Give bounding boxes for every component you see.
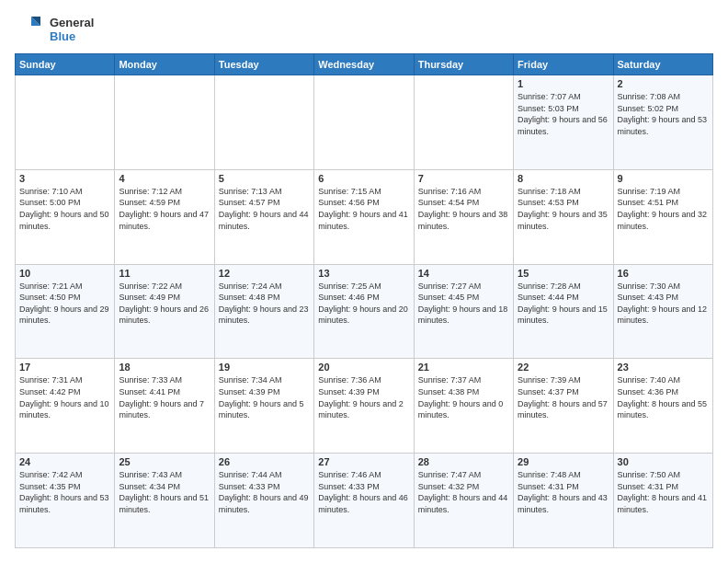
cell-4-5: 21Sunrise: 7:37 AM Sunset: 4:38 PM Dayli… xyxy=(414,359,513,454)
day-number: 20 xyxy=(318,362,409,373)
day-info: Sunrise: 7:18 AM Sunset: 4:53 PM Dayligh… xyxy=(518,186,609,232)
day-number: 22 xyxy=(518,362,609,373)
cell-5-3: 26Sunrise: 7:44 AM Sunset: 4:33 PM Dayli… xyxy=(214,454,313,548)
cell-5-7: 30Sunrise: 7:50 AM Sunset: 4:31 PM Dayli… xyxy=(613,454,712,548)
day-number: 18 xyxy=(119,362,210,373)
day-info: Sunrise: 7:50 AM Sunset: 4:31 PM Dayligh… xyxy=(618,469,709,515)
day-info: Sunrise: 7:28 AM Sunset: 4:44 PM Dayligh… xyxy=(518,281,609,327)
day-info: Sunrise: 7:13 AM Sunset: 4:57 PM Dayligh… xyxy=(219,186,310,232)
cell-5-1: 24Sunrise: 7:42 AM Sunset: 4:35 PM Dayli… xyxy=(16,454,115,548)
cell-4-6: 22Sunrise: 7:39 AM Sunset: 4:37 PM Dayli… xyxy=(514,359,613,454)
day-info: Sunrise: 7:25 AM Sunset: 4:46 PM Dayligh… xyxy=(318,281,409,327)
week-row-4: 17Sunrise: 7:31 AM Sunset: 4:42 PM Dayli… xyxy=(16,359,713,454)
cell-3-2: 11Sunrise: 7:22 AM Sunset: 4:49 PM Dayli… xyxy=(115,264,214,359)
day-info: Sunrise: 7:30 AM Sunset: 4:43 PM Dayligh… xyxy=(618,281,709,327)
col-header-wednesday: Wednesday xyxy=(314,54,414,75)
col-header-monday: Monday xyxy=(115,54,214,75)
day-number: 17 xyxy=(19,362,110,373)
cell-4-2: 18Sunrise: 7:33 AM Sunset: 4:41 PM Dayli… xyxy=(115,359,214,454)
day-number: 1 xyxy=(518,78,609,89)
day-info: Sunrise: 7:24 AM Sunset: 4:48 PM Dayligh… xyxy=(219,281,310,327)
cell-1-6: 1Sunrise: 7:07 AM Sunset: 5:03 PM Daylig… xyxy=(514,75,613,170)
cell-2-6: 8Sunrise: 7:18 AM Sunset: 4:53 PM Daylig… xyxy=(514,169,613,264)
col-header-sunday: Sunday xyxy=(16,54,115,75)
cell-5-2: 25Sunrise: 7:43 AM Sunset: 4:34 PM Dayli… xyxy=(115,454,214,548)
day-number: 6 xyxy=(318,173,409,184)
col-header-tuesday: Tuesday xyxy=(214,54,313,75)
day-info: Sunrise: 7:31 AM Sunset: 4:42 PM Dayligh… xyxy=(19,374,110,420)
cell-3-6: 15Sunrise: 7:28 AM Sunset: 4:44 PM Dayli… xyxy=(514,264,613,359)
cell-4-3: 19Sunrise: 7:34 AM Sunset: 4:39 PM Dayli… xyxy=(214,359,313,454)
page: GeneralBlue SundayMondayTuesdayWednesday… xyxy=(0,0,728,563)
cell-2-3: 5Sunrise: 7:13 AM Sunset: 4:57 PM Daylig… xyxy=(214,169,313,264)
day-number: 27 xyxy=(318,456,409,467)
day-number: 2 xyxy=(618,78,709,89)
cell-2-7: 9Sunrise: 7:19 AM Sunset: 4:51 PM Daylig… xyxy=(613,169,712,264)
day-number: 30 xyxy=(618,456,709,467)
day-number: 12 xyxy=(219,268,310,279)
cell-3-7: 16Sunrise: 7:30 AM Sunset: 4:43 PM Dayli… xyxy=(613,264,712,359)
week-row-2: 3Sunrise: 7:10 AM Sunset: 5:00 PM Daylig… xyxy=(16,169,713,264)
cell-1-1 xyxy=(16,75,115,170)
cell-1-2 xyxy=(115,75,214,170)
day-info: Sunrise: 7:40 AM Sunset: 4:36 PM Dayligh… xyxy=(618,374,709,420)
day-number: 4 xyxy=(119,173,210,184)
day-info: Sunrise: 7:33 AM Sunset: 4:41 PM Dayligh… xyxy=(119,374,210,420)
day-number: 15 xyxy=(518,268,609,279)
logo: GeneralBlue xyxy=(15,15,94,44)
day-number: 8 xyxy=(518,173,609,184)
day-info: Sunrise: 7:34 AM Sunset: 4:39 PM Dayligh… xyxy=(219,374,310,420)
cell-1-3 xyxy=(214,75,313,170)
day-info: Sunrise: 7:27 AM Sunset: 4:45 PM Dayligh… xyxy=(418,281,509,327)
logo-blue-text: Blue xyxy=(50,29,94,43)
header: GeneralBlue xyxy=(15,15,713,44)
day-number: 25 xyxy=(119,456,210,467)
day-number: 7 xyxy=(418,173,509,184)
cell-1-7: 2Sunrise: 7:08 AM Sunset: 5:02 PM Daylig… xyxy=(613,75,712,170)
day-info: Sunrise: 7:22 AM Sunset: 4:49 PM Dayligh… xyxy=(119,281,210,327)
week-row-1: 1Sunrise: 7:07 AM Sunset: 5:03 PM Daylig… xyxy=(16,75,713,170)
day-info: Sunrise: 7:48 AM Sunset: 4:31 PM Dayligh… xyxy=(518,469,609,515)
cell-2-2: 4Sunrise: 7:12 AM Sunset: 4:59 PM Daylig… xyxy=(115,169,214,264)
cell-2-5: 7Sunrise: 7:16 AM Sunset: 4:54 PM Daylig… xyxy=(414,169,513,264)
day-info: Sunrise: 7:36 AM Sunset: 4:39 PM Dayligh… xyxy=(318,374,409,420)
day-info: Sunrise: 7:46 AM Sunset: 4:33 PM Dayligh… xyxy=(318,469,409,515)
cell-4-1: 17Sunrise: 7:31 AM Sunset: 4:42 PM Dayli… xyxy=(16,359,115,454)
cell-3-3: 12Sunrise: 7:24 AM Sunset: 4:48 PM Dayli… xyxy=(214,264,313,359)
day-number: 9 xyxy=(618,173,709,184)
cell-1-4 xyxy=(314,75,414,170)
cell-5-6: 29Sunrise: 7:48 AM Sunset: 4:31 PM Dayli… xyxy=(514,454,613,548)
day-number: 11 xyxy=(119,268,210,279)
day-info: Sunrise: 7:10 AM Sunset: 5:00 PM Dayligh… xyxy=(19,186,110,232)
day-info: Sunrise: 7:47 AM Sunset: 4:32 PM Dayligh… xyxy=(418,469,509,515)
cell-5-5: 28Sunrise: 7:47 AM Sunset: 4:32 PM Dayli… xyxy=(414,454,513,548)
col-header-thursday: Thursday xyxy=(414,54,513,75)
day-info: Sunrise: 7:37 AM Sunset: 4:38 PM Dayligh… xyxy=(418,374,509,420)
day-info: Sunrise: 7:12 AM Sunset: 4:59 PM Dayligh… xyxy=(119,186,210,232)
day-info: Sunrise: 7:21 AM Sunset: 4:50 PM Dayligh… xyxy=(19,281,110,327)
day-number: 16 xyxy=(618,268,709,279)
day-number: 21 xyxy=(418,362,509,373)
day-number: 24 xyxy=(19,456,110,467)
day-number: 28 xyxy=(418,456,509,467)
day-number: 13 xyxy=(318,268,409,279)
day-info: Sunrise: 7:42 AM Sunset: 4:35 PM Dayligh… xyxy=(19,469,110,515)
day-info: Sunrise: 7:16 AM Sunset: 4:54 PM Dayligh… xyxy=(418,186,509,232)
day-info: Sunrise: 7:19 AM Sunset: 4:51 PM Dayligh… xyxy=(618,186,709,232)
cell-4-4: 20Sunrise: 7:36 AM Sunset: 4:39 PM Dayli… xyxy=(314,359,414,454)
day-number: 14 xyxy=(418,268,509,279)
week-row-5: 24Sunrise: 7:42 AM Sunset: 4:35 PM Dayli… xyxy=(16,454,713,548)
cell-3-4: 13Sunrise: 7:25 AM Sunset: 4:46 PM Dayli… xyxy=(314,264,414,359)
day-info: Sunrise: 7:07 AM Sunset: 5:03 PM Dayligh… xyxy=(518,91,609,137)
col-header-friday: Friday xyxy=(514,54,613,75)
calendar: SundayMondayTuesdayWednesdayThursdayFrid… xyxy=(15,53,713,548)
cell-3-5: 14Sunrise: 7:27 AM Sunset: 4:45 PM Dayli… xyxy=(414,264,513,359)
cell-2-4: 6Sunrise: 7:15 AM Sunset: 4:56 PM Daylig… xyxy=(314,169,414,264)
day-info: Sunrise: 7:15 AM Sunset: 4:56 PM Dayligh… xyxy=(318,186,409,232)
day-info: Sunrise: 7:08 AM Sunset: 5:02 PM Dayligh… xyxy=(618,91,709,137)
day-number: 5 xyxy=(219,173,310,184)
day-number: 29 xyxy=(518,456,609,467)
week-row-3: 10Sunrise: 7:21 AM Sunset: 4:50 PM Dayli… xyxy=(16,264,713,359)
day-number: 26 xyxy=(219,456,310,467)
day-info: Sunrise: 7:44 AM Sunset: 4:33 PM Dayligh… xyxy=(219,469,310,515)
